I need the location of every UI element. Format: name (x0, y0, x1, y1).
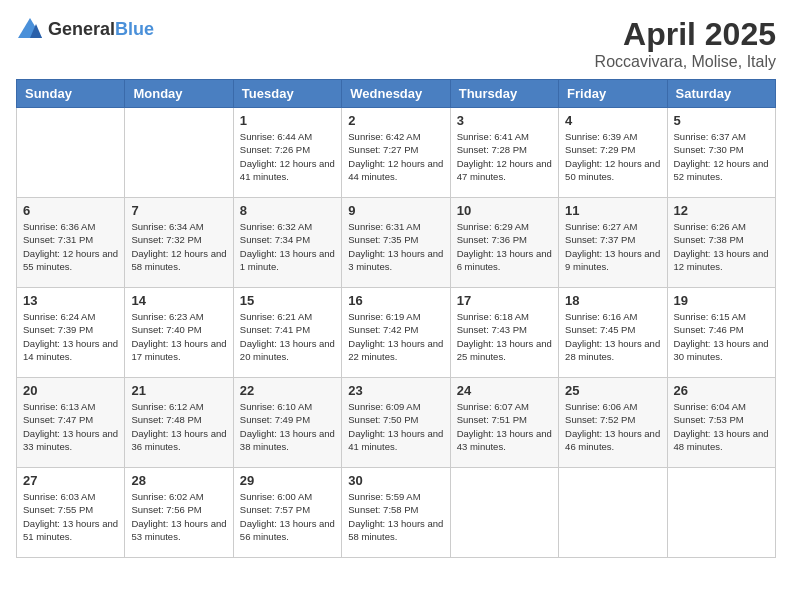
day-info: Sunrise: 6:18 AMSunset: 7:43 PMDaylight:… (457, 310, 552, 363)
daylight-text: Daylight: 12 hours and 47 minutes. (457, 158, 552, 182)
sunset-text: Sunset: 7:42 PM (348, 324, 418, 335)
daylight-text: Daylight: 13 hours and 28 minutes. (565, 338, 660, 362)
sunset-text: Sunset: 7:41 PM (240, 324, 310, 335)
sunrise-text: Sunrise: 6:41 AM (457, 131, 529, 142)
daylight-text: Daylight: 13 hours and 41 minutes. (348, 428, 443, 452)
sunrise-text: Sunrise: 6:06 AM (565, 401, 637, 412)
calendar-cell: 2Sunrise: 6:42 AMSunset: 7:27 PMDaylight… (342, 108, 450, 198)
day-info: Sunrise: 6:09 AMSunset: 7:50 PMDaylight:… (348, 400, 443, 453)
weekday-header: Wednesday (342, 80, 450, 108)
calendar-cell: 4Sunrise: 6:39 AMSunset: 7:29 PMDaylight… (559, 108, 667, 198)
day-number: 16 (348, 293, 443, 308)
calendar-cell: 20Sunrise: 6:13 AMSunset: 7:47 PMDayligh… (17, 378, 125, 468)
sunset-text: Sunset: 7:31 PM (23, 234, 93, 245)
calendar-cell: 1Sunrise: 6:44 AMSunset: 7:26 PMDaylight… (233, 108, 341, 198)
calendar-cell: 6Sunrise: 6:36 AMSunset: 7:31 PMDaylight… (17, 198, 125, 288)
day-info: Sunrise: 6:07 AMSunset: 7:51 PMDaylight:… (457, 400, 552, 453)
day-info: Sunrise: 6:34 AMSunset: 7:32 PMDaylight:… (131, 220, 226, 273)
sunset-text: Sunset: 7:43 PM (457, 324, 527, 335)
sunrise-text: Sunrise: 6:15 AM (674, 311, 746, 322)
calendar-cell: 8Sunrise: 6:32 AMSunset: 7:34 PMDaylight… (233, 198, 341, 288)
weekday-header: Saturday (667, 80, 775, 108)
week-row: 6Sunrise: 6:36 AMSunset: 7:31 PMDaylight… (17, 198, 776, 288)
calendar-cell: 23Sunrise: 6:09 AMSunset: 7:50 PMDayligh… (342, 378, 450, 468)
sunset-text: Sunset: 7:36 PM (457, 234, 527, 245)
sunset-text: Sunset: 7:37 PM (565, 234, 635, 245)
daylight-text: Daylight: 13 hours and 56 minutes. (240, 518, 335, 542)
sunrise-text: Sunrise: 5:59 AM (348, 491, 420, 502)
day-number: 30 (348, 473, 443, 488)
daylight-text: Daylight: 12 hours and 41 minutes. (240, 158, 335, 182)
sunrise-text: Sunrise: 6:04 AM (674, 401, 746, 412)
calendar-cell: 11Sunrise: 6:27 AMSunset: 7:37 PMDayligh… (559, 198, 667, 288)
day-number: 9 (348, 203, 443, 218)
sunrise-text: Sunrise: 6:19 AM (348, 311, 420, 322)
day-info: Sunrise: 6:13 AMSunset: 7:47 PMDaylight:… (23, 400, 118, 453)
day-number: 2 (348, 113, 443, 128)
sunrise-text: Sunrise: 6:26 AM (674, 221, 746, 232)
sunset-text: Sunset: 7:58 PM (348, 504, 418, 515)
daylight-text: Daylight: 13 hours and 22 minutes. (348, 338, 443, 362)
day-number: 26 (674, 383, 769, 398)
sunset-text: Sunset: 7:29 PM (565, 144, 635, 155)
sunset-text: Sunset: 7:46 PM (674, 324, 744, 335)
daylight-text: Daylight: 13 hours and 6 minutes. (457, 248, 552, 272)
title-block: April 2025 Roccavivara, Molise, Italy (595, 16, 776, 71)
sunrise-text: Sunrise: 6:23 AM (131, 311, 203, 322)
calendar-cell: 22Sunrise: 6:10 AMSunset: 7:49 PMDayligh… (233, 378, 341, 468)
day-info: Sunrise: 6:36 AMSunset: 7:31 PMDaylight:… (23, 220, 118, 273)
day-number: 10 (457, 203, 552, 218)
sunrise-text: Sunrise: 6:09 AM (348, 401, 420, 412)
week-row: 13Sunrise: 6:24 AMSunset: 7:39 PMDayligh… (17, 288, 776, 378)
day-number: 29 (240, 473, 335, 488)
day-number: 20 (23, 383, 118, 398)
day-number: 22 (240, 383, 335, 398)
day-number: 19 (674, 293, 769, 308)
calendar-table: SundayMondayTuesdayWednesdayThursdayFrid… (16, 79, 776, 558)
day-info: Sunrise: 6:42 AMSunset: 7:27 PMDaylight:… (348, 130, 443, 183)
daylight-text: Daylight: 12 hours and 50 minutes. (565, 158, 660, 182)
sunset-text: Sunset: 7:48 PM (131, 414, 201, 425)
daylight-text: Daylight: 13 hours and 25 minutes. (457, 338, 552, 362)
sunrise-text: Sunrise: 6:13 AM (23, 401, 95, 412)
day-number: 24 (457, 383, 552, 398)
calendar-cell: 24Sunrise: 6:07 AMSunset: 7:51 PMDayligh… (450, 378, 558, 468)
day-info: Sunrise: 6:16 AMSunset: 7:45 PMDaylight:… (565, 310, 660, 363)
calendar-cell (667, 468, 775, 558)
weekday-header-row: SundayMondayTuesdayWednesdayThursdayFrid… (17, 80, 776, 108)
sunrise-text: Sunrise: 6:44 AM (240, 131, 312, 142)
calendar-cell: 7Sunrise: 6:34 AMSunset: 7:32 PMDaylight… (125, 198, 233, 288)
sunset-text: Sunset: 7:52 PM (565, 414, 635, 425)
sunrise-text: Sunrise: 6:10 AM (240, 401, 312, 412)
daylight-text: Daylight: 12 hours and 52 minutes. (674, 158, 769, 182)
day-info: Sunrise: 6:10 AMSunset: 7:49 PMDaylight:… (240, 400, 335, 453)
sunset-text: Sunset: 7:51 PM (457, 414, 527, 425)
sunset-text: Sunset: 7:38 PM (674, 234, 744, 245)
daylight-text: Daylight: 13 hours and 36 minutes. (131, 428, 226, 452)
sunrise-text: Sunrise: 6:18 AM (457, 311, 529, 322)
calendar-cell: 15Sunrise: 6:21 AMSunset: 7:41 PMDayligh… (233, 288, 341, 378)
sunrise-text: Sunrise: 6:29 AM (457, 221, 529, 232)
weekday-header: Friday (559, 80, 667, 108)
day-number: 23 (348, 383, 443, 398)
sunrise-text: Sunrise: 6:39 AM (565, 131, 637, 142)
daylight-text: Daylight: 13 hours and 20 minutes. (240, 338, 335, 362)
sunset-text: Sunset: 7:56 PM (131, 504, 201, 515)
daylight-text: Daylight: 13 hours and 53 minutes. (131, 518, 226, 542)
calendar-cell: 17Sunrise: 6:18 AMSunset: 7:43 PMDayligh… (450, 288, 558, 378)
daylight-text: Daylight: 13 hours and 38 minutes. (240, 428, 335, 452)
sunset-text: Sunset: 7:30 PM (674, 144, 744, 155)
week-row: 20Sunrise: 6:13 AMSunset: 7:47 PMDayligh… (17, 378, 776, 468)
calendar-cell (17, 108, 125, 198)
day-info: Sunrise: 6:39 AMSunset: 7:29 PMDaylight:… (565, 130, 660, 183)
sunrise-text: Sunrise: 6:24 AM (23, 311, 95, 322)
daylight-text: Daylight: 13 hours and 17 minutes. (131, 338, 226, 362)
calendar-cell: 13Sunrise: 6:24 AMSunset: 7:39 PMDayligh… (17, 288, 125, 378)
sunrise-text: Sunrise: 6:03 AM (23, 491, 95, 502)
day-info: Sunrise: 6:29 AMSunset: 7:36 PMDaylight:… (457, 220, 552, 273)
calendar-subtitle: Roccavivara, Molise, Italy (595, 53, 776, 71)
sunrise-text: Sunrise: 6:37 AM (674, 131, 746, 142)
logo: GeneralBlue (16, 16, 154, 44)
sunrise-text: Sunrise: 6:31 AM (348, 221, 420, 232)
calendar-cell: 19Sunrise: 6:15 AMSunset: 7:46 PMDayligh… (667, 288, 775, 378)
